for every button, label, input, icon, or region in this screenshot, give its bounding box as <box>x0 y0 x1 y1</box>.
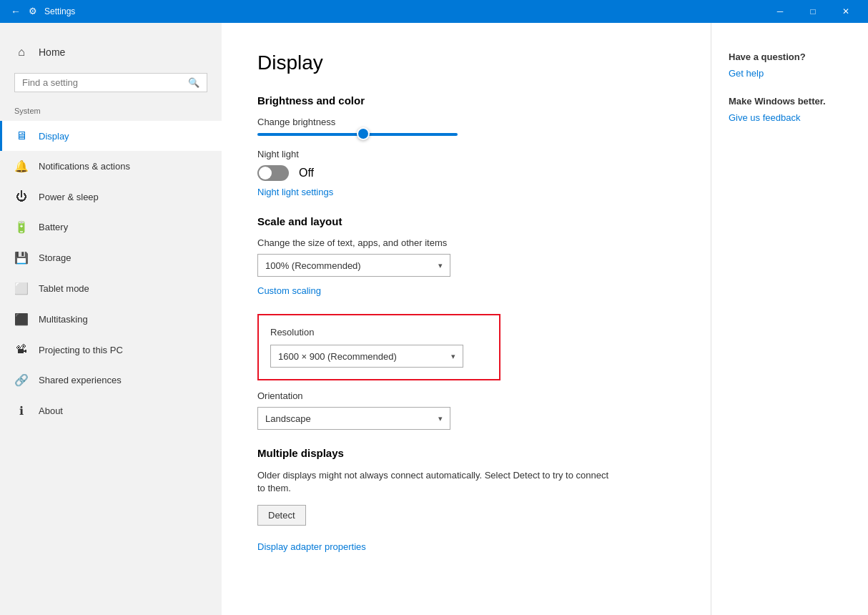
brightness-section-title: Brightness and color <box>257 94 668 107</box>
night-light-row: Off <box>257 165 668 181</box>
night-light-section: Night light Off Night light settings <box>257 149 668 198</box>
settings-window-icon: ⚙ <box>29 6 40 17</box>
sidebar-item-battery[interactable]: 🔋 Battery <box>0 212 222 242</box>
night-light-label: Night light <box>257 149 668 159</box>
battery-icon: 🔋 <box>14 220 29 234</box>
sidebar-power-label: Power & sleep <box>39 192 99 202</box>
multitasking-icon: ⬛ <box>14 313 29 326</box>
storage-icon: 💾 <box>14 251 29 265</box>
sidebar-projecting-label: Projecting to this PC <box>39 345 123 355</box>
brightness-label: Change brightness <box>257 117 668 127</box>
resolution-label: Resolution <box>270 327 488 338</box>
display-icon: 🖥 <box>14 129 29 142</box>
feedback-link[interactable]: Give us feedback <box>729 112 851 123</box>
slider-track <box>257 133 458 136</box>
sidebar-section-label: System <box>0 104 222 121</box>
orientation-label: Orientation <box>257 390 668 401</box>
window-title: Settings <box>44 6 764 16</box>
projecting-icon: 📽 <box>14 343 29 356</box>
sidebar-item-home[interactable]: ⌂ Home <box>0 37 222 67</box>
sidebar-item-about[interactable]: ℹ About <box>0 395 222 426</box>
right-panel: Have a question? Get help Make Windows b… <box>711 23 868 615</box>
back-button[interactable]: ← <box>6 1 26 21</box>
resolution-box: Resolution 1600 × 900 (Recommended) ▾ <box>257 314 500 380</box>
detect-button[interactable]: Detect <box>257 505 306 526</box>
titlebar: ← ⚙ Settings ─ □ ✕ <box>0 0 868 23</box>
window-controls: ─ □ ✕ <box>764 0 862 23</box>
sidebar-shared-label: Shared experiences <box>39 375 122 385</box>
sidebar-item-power[interactable]: ⏻ Power & sleep <box>0 182 222 212</box>
night-light-state: Off <box>299 167 314 179</box>
sidebar-tablet-label: Tablet mode <box>39 283 89 294</box>
brightness-slider[interactable] <box>257 133 668 136</box>
scale-section-title: Scale and layout <box>257 215 668 227</box>
feedback-title: Make Windows better. <box>729 96 851 107</box>
back-icon: ← <box>11 6 21 17</box>
scale-dropdown-arrow: ▾ <box>438 261 443 270</box>
notifications-icon: 🔔 <box>14 159 29 173</box>
question-title: Have a question? <box>729 51 851 62</box>
main-content: Display Brightness and color Change brig… <box>222 23 711 615</box>
close-button[interactable]: ✕ <box>829 0 862 23</box>
scale-dropdown[interactable]: 100% (Recommended) ▾ <box>257 254 450 277</box>
toggle-knob <box>259 167 272 179</box>
home-icon: ⌂ <box>14 46 29 59</box>
power-icon: ⏻ <box>14 190 29 203</box>
sidebar-item-tablet[interactable]: ⬜ Tablet mode <box>0 273 222 304</box>
slider-thumb <box>357 127 370 140</box>
tablet-icon: ⬜ <box>14 282 29 295</box>
sidebar-item-multitasking[interactable]: ⬛ Multitasking <box>0 304 222 335</box>
scale-section: Scale and layout Change the size of text… <box>257 215 668 297</box>
orientation-section: Orientation Landscape ▾ <box>257 390 668 430</box>
search-box[interactable]: 🔍 <box>14 73 207 92</box>
resolution-dropdown-arrow: ▾ <box>451 352 455 361</box>
resolution-dropdown[interactable]: 1600 × 900 (Recommended) ▾ <box>270 345 463 368</box>
sidebar-notifications-label: Notifications & actions <box>39 161 130 172</box>
multiple-displays-title: Multiple displays <box>257 447 668 459</box>
shared-icon: 🔗 <box>14 373 29 387</box>
multiple-displays-desc: Older displays might not always connect … <box>257 469 615 495</box>
resolution-value: 1600 × 900 (Recommended) <box>278 351 397 362</box>
sidebar-item-notifications[interactable]: 🔔 Notifications & actions <box>0 151 222 182</box>
scale-value: 100% (Recommended) <box>265 260 361 271</box>
get-help-link[interactable]: Get help <box>729 68 851 79</box>
sidebar-item-projecting[interactable]: 📽 Projecting to this PC <box>0 335 222 365</box>
sidebar-home-label: Home <box>39 46 65 58</box>
sidebar-about-label: About <box>39 405 63 416</box>
adapter-properties-link[interactable]: Display adapter properties <box>257 541 366 552</box>
sidebar-storage-label: Storage <box>39 252 71 263</box>
orientation-value: Landscape <box>265 413 311 424</box>
brightness-section: Brightness and color Change brightness <box>257 94 668 136</box>
sidebar-item-storage[interactable]: 💾 Storage <box>0 242 222 273</box>
maximize-button[interactable]: □ <box>797 0 829 23</box>
night-light-toggle[interactable] <box>257 165 289 181</box>
app-body: ⌂ Home 🔍 System 🖥 Display 🔔 Notification… <box>0 23 868 615</box>
sidebar-multitasking-label: Multitasking <box>39 314 88 325</box>
minimize-button[interactable]: ─ <box>764 0 797 23</box>
sidebar-item-shared[interactable]: 🔗 Shared experiences <box>0 365 222 395</box>
about-icon: ℹ <box>14 404 29 418</box>
custom-scaling-link[interactable]: Custom scaling <box>257 285 321 296</box>
multiple-displays-section: Multiple displays Older displays might n… <box>257 447 668 553</box>
orientation-dropdown-arrow: ▾ <box>438 414 443 423</box>
orientation-dropdown[interactable]: Landscape ▾ <box>257 407 450 430</box>
search-icon: 🔍 <box>188 77 199 88</box>
night-light-settings-link[interactable]: Night light settings <box>257 187 333 197</box>
sidebar: ⌂ Home 🔍 System 🖥 Display 🔔 Notification… <box>0 23 222 615</box>
page-title: Display <box>257 51 668 74</box>
sidebar-battery-label: Battery <box>39 222 68 232</box>
sidebar-display-label: Display <box>39 131 69 142</box>
sidebar-item-display[interactable]: 🖥 Display <box>0 121 222 151</box>
search-input[interactable] <box>22 77 188 88</box>
scale-label: Change the size of text, apps, and other… <box>257 237 668 248</box>
